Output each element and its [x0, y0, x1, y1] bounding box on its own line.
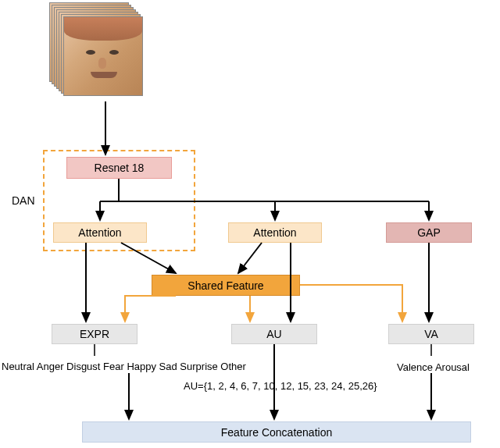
shared-feature-block: Shared Feature — [152, 275, 300, 296]
svg-line-8 — [238, 243, 262, 273]
attention-block-2: Attention — [228, 222, 322, 243]
au-block: AU — [231, 324, 317, 344]
input-face-stack — [49, 2, 146, 99]
expr-classes-label: Neutral Anger Disgust Fear Happy Sad Sur… — [2, 361, 246, 372]
feature-concatenation-block: Feature Concatenation — [82, 421, 471, 443]
gap-block: GAP — [386, 222, 472, 243]
attention-block-1: Attention — [53, 222, 147, 243]
va-dims-label: Valence Arousal — [397, 361, 470, 373]
resnet-block: Resnet 18 — [66, 157, 172, 179]
va-block: VA — [388, 324, 474, 344]
expr-block: EXPR — [52, 324, 138, 344]
dan-label: DAN — [12, 194, 35, 207]
au-set-label: AU={1, 2, 4, 6, 7, 10, 12, 15, 23, 24, 2… — [184, 380, 377, 392]
